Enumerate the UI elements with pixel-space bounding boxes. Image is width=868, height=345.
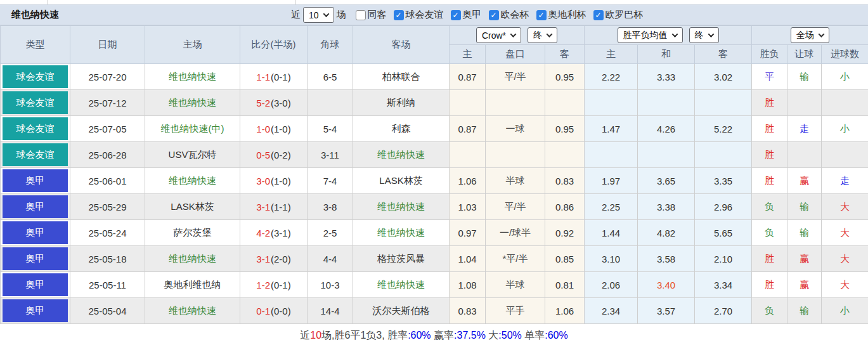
average-time-value: 终: [695, 30, 704, 41]
sub-header-handicap-home: 主: [450, 45, 486, 64]
average-type-select[interactable]: 胜平负均值: [618, 27, 683, 43]
avg-home-odds-cell: 1.97: [585, 168, 638, 194]
odds-company-value: Crow*: [482, 30, 506, 41]
away-team-link[interactable]: 沃尔夫斯伯格: [373, 305, 430, 316]
odds-time-select[interactable]: 终: [528, 27, 557, 43]
filter-checkbox-label[interactable]: 球会友谊: [406, 9, 444, 21]
away-team-link[interactable]: LASK林茨: [379, 175, 422, 186]
handicap-home-odds-cell: 1.04: [450, 246, 486, 272]
away-team-cell: 利森: [353, 116, 450, 142]
handicap-away-odds-cell: [545, 90, 585, 116]
average-time-select[interactable]: 终: [689, 27, 719, 43]
competition-cell: 奥甲: [1, 298, 70, 324]
away-team-cell: 斯利纳: [353, 90, 450, 116]
away-team-link[interactable]: 柏林联合: [382, 71, 420, 82]
home-team-link[interactable]: USV瓦尔特: [169, 149, 217, 160]
checkbox-checked-icon[interactable]: ✓: [536, 10, 547, 20]
filter-checkbox-label[interactable]: 奥甲: [463, 9, 482, 21]
fulltime-score: 3-0: [256, 176, 270, 186]
match-row: 奥甲25-05-24萨尔茨堡4-2(3-1)2-5维也纳快速0.97一/球半0.…: [1, 220, 868, 246]
home-team-link[interactable]: 维也纳快速(中): [161, 123, 224, 134]
fulltime-score: 3-1: [256, 254, 270, 264]
handicap-line-cell: 一球: [486, 116, 545, 142]
filter-checkbox-group[interactable]: ✓球会友谊: [394, 9, 444, 21]
goals-result-cell-text: 小: [840, 305, 850, 316]
avg-home-odds-cell: [585, 90, 638, 116]
avg-away-odds-cell: [695, 90, 752, 116]
home-team-link[interactable]: LASK林茨: [171, 201, 214, 212]
away-team-link[interactable]: 维也纳快速: [377, 227, 425, 238]
away-team-cell: 维也纳快速: [353, 142, 450, 168]
competition-badge: 球会友谊: [3, 117, 68, 140]
home-team-link[interactable]: 维也纳快速: [169, 305, 216, 316]
away-team-link[interactable]: 斯利纳: [387, 97, 415, 108]
checkbox-unchecked-icon[interactable]: [356, 10, 366, 20]
checkbox-checked-icon[interactable]: ✓: [489, 10, 499, 20]
home-team-link[interactable]: 萨尔茨堡: [174, 227, 212, 238]
match-row: 球会友谊25-07-05维也纳快速(中)1-0(1-0)5-4利森0.87一球0…: [1, 116, 868, 142]
score-cell: 1-1(0-1): [240, 64, 308, 90]
result-cell-text: 平: [765, 71, 774, 82]
home-team-link[interactable]: 维也纳快速: [169, 175, 216, 186]
match-row: 奥甲25-05-18维也纳快速3-1(2-0)4-4格拉茨风暴1.04*平/半0…: [1, 246, 868, 272]
result-cell: 胜: [752, 246, 787, 272]
filter-checkbox-group[interactable]: ✓欧会杯: [489, 9, 529, 21]
match-row: 球会友谊25-07-20维也纳快速1-1(0-1)6-5柏林联合0.87平/半0…: [1, 64, 868, 90]
avg-draw-odds-cell: 4.26: [638, 116, 695, 142]
home-team-link[interactable]: 维也纳快速: [169, 253, 216, 264]
avg-away-odds-cell: 5.22: [695, 116, 752, 142]
avg-draw-odds-cell: 3.33: [638, 64, 695, 90]
score-cell: 1-0(1-0): [240, 116, 308, 142]
score-cell: 3-1(1-1): [240, 194, 308, 220]
filter-checkbox-group[interactable]: 同客: [356, 9, 387, 21]
checkbox-checked-icon[interactable]: ✓: [451, 10, 461, 20]
away-team-link[interactable]: 维也纳快速: [377, 149, 425, 160]
col-header-corner: 角球: [308, 26, 353, 64]
summary-segment: :60%: [408, 330, 431, 341]
let-result-cell-text: 走: [800, 123, 809, 134]
home-team-link[interactable]: 维也纳快速: [169, 71, 216, 82]
handicap-line-cell: [486, 90, 545, 116]
avg-away-odds-cell: [695, 142, 752, 168]
filter-checkbox-group[interactable]: ✓奥甲: [451, 9, 482, 21]
league-filter-checkboxes: 同客✓球会友谊✓奥甲✓欧会杯✓奥地利杯✓欧罗巴杯: [349, 9, 644, 21]
home-team-link[interactable]: 奥地利维也纳: [164, 279, 221, 290]
halftime-score: (1-0): [271, 176, 291, 186]
let-result-cell: 输: [787, 64, 822, 90]
recent-count-select[interactable]: 10: [303, 7, 334, 23]
filter-checkbox-group[interactable]: ✓欧罗巴杯: [593, 9, 644, 21]
checkbox-checked-icon[interactable]: ✓: [593, 10, 604, 20]
competition-cell: 奥甲: [1, 220, 70, 246]
handicap-away-odds-cell: [545, 142, 585, 168]
home-team-link[interactable]: 维也纳快速: [169, 97, 216, 108]
filter-checkbox-group[interactable]: ✓奥地利杯: [536, 9, 586, 21]
let-result-cell-text: 赢: [800, 279, 809, 290]
away-team-link[interactable]: 维也纳快速: [377, 279, 425, 290]
top-strip: [0, 0, 868, 4]
filter-checkbox-label[interactable]: 欧罗巴杯: [606, 9, 644, 21]
table-header-row: 类型 日期 主场 比分(半场) 角球 客场 Crow* 终: [1, 26, 868, 45]
away-team-link[interactable]: 利森: [392, 123, 411, 134]
filter-checkbox-label[interactable]: 奥地利杯: [548, 9, 586, 21]
odds-company-select[interactable]: Crow*: [476, 27, 521, 43]
handicap-home-odds-cell: [450, 90, 486, 116]
competition-badge: 奥甲: [3, 299, 68, 322]
let-result-cell: [787, 90, 822, 116]
away-team-link[interactable]: 格拉茨风暴: [377, 253, 425, 264]
away-team-link[interactable]: 维也纳快速: [377, 201, 425, 212]
avg-away-odds-cell: 5.65: [695, 220, 752, 246]
let-result-cell-text: 输: [800, 227, 809, 238]
chevron-down-icon: [819, 31, 825, 37]
result-cell-text: 胜: [765, 175, 774, 186]
score-cell: 4-2(3-1): [240, 220, 308, 246]
handicap-home-odds-cell: 1.06: [450, 168, 486, 194]
sub-header-handicap-line: 盘口: [486, 45, 545, 64]
filter-checkbox-label[interactable]: 欧会杯: [501, 9, 529, 21]
scope-select[interactable]: 全场: [791, 27, 829, 43]
halftime-score: (1-1): [271, 202, 291, 212]
checkbox-checked-icon[interactable]: ✓: [394, 10, 404, 20]
filter-checkbox-label[interactable]: 同客: [368, 9, 387, 21]
competition-badge: 奥甲: [3, 221, 68, 244]
avg-home-odds-cell: [585, 142, 638, 168]
score-cell: 0-5(0-2): [240, 142, 308, 168]
